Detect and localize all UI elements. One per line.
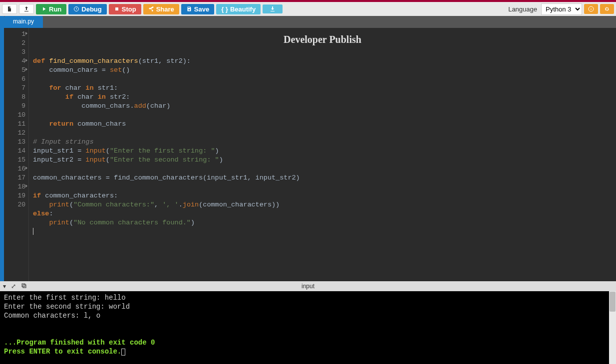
share-icon bbox=[148, 6, 154, 12]
download-icon bbox=[270, 6, 276, 12]
gutter-line: 13 bbox=[4, 138, 25, 147]
panel-label: input bbox=[302, 283, 314, 290]
save-icon bbox=[186, 6, 192, 12]
code-line[interactable]: def find_common_characters(str1, str2): bbox=[33, 57, 612, 66]
code-line[interactable]: if common_characters: bbox=[33, 191, 612, 200]
code-line[interactable]: input_str2 = input("Enter the second str… bbox=[33, 156, 612, 165]
watermark-text: Developer Publish bbox=[284, 35, 361, 44]
code-line[interactable]: else: bbox=[33, 209, 612, 218]
gutter-line: 7 bbox=[4, 84, 25, 93]
gutter-line: 10 bbox=[4, 111, 25, 120]
gutter-line: 4 bbox=[4, 57, 25, 66]
code-line[interactable]: common_chars.add(char) bbox=[33, 102, 612, 111]
text-cursor bbox=[33, 228, 33, 235]
fold-marker-icon[interactable] bbox=[25, 184, 27, 187]
clock-icon bbox=[73, 6, 79, 12]
code-line[interactable] bbox=[33, 75, 612, 84]
beautify-button[interactable]: { } Beautify bbox=[216, 4, 261, 14]
fold-marker-icon[interactable] bbox=[25, 32, 27, 35]
code-line[interactable] bbox=[33, 165, 612, 174]
fold-marker-icon[interactable] bbox=[25, 167, 27, 170]
upload-icon bbox=[23, 6, 29, 12]
tab-bar: main.py bbox=[4, 16, 616, 28]
code-line[interactable]: common_chars = set() bbox=[33, 66, 612, 75]
console-status-line: Press ENTER to exit console. bbox=[4, 347, 605, 356]
gutter-line: 6 bbox=[4, 75, 25, 84]
code-line[interactable]: for char in str1: bbox=[33, 84, 612, 93]
code-line[interactable]: # Input strings bbox=[33, 138, 612, 147]
editor[interactable]: 1234567891011121314151617181920 Develope… bbox=[4, 28, 616, 281]
console-cursor bbox=[121, 349, 125, 356]
code-area[interactable]: Developer Publish def find_common_charac… bbox=[29, 28, 616, 281]
code-line[interactable]: input_str1 = input("Enter the first stri… bbox=[33, 147, 612, 156]
gutter-line: 15 bbox=[4, 156, 25, 165]
braces-icon: { } bbox=[221, 5, 228, 13]
gear-icon bbox=[604, 6, 610, 12]
console-line bbox=[4, 320, 605, 329]
console-line: Common characters: l, o bbox=[4, 311, 605, 320]
play-icon bbox=[41, 6, 47, 12]
info-icon bbox=[588, 6, 594, 12]
code-line[interactable] bbox=[33, 182, 612, 191]
info-button[interactable] bbox=[584, 4, 598, 14]
scrollbar-thumb[interactable] bbox=[610, 292, 616, 312]
svg-rect-1 bbox=[115, 7, 118, 10]
run-button[interactable]: Run bbox=[36, 4, 66, 14]
language-select[interactable]: Python 3 bbox=[541, 3, 582, 15]
gutter-line: 11 bbox=[4, 120, 25, 129]
file-icon bbox=[6, 6, 12, 12]
code-line[interactable]: return common_chars bbox=[33, 120, 612, 129]
console-scrollbar[interactable] bbox=[609, 291, 616, 364]
stop-label: Stop bbox=[122, 5, 136, 13]
code-line[interactable] bbox=[33, 129, 612, 138]
code-line[interactable]: common_characters = find_common_characte… bbox=[33, 174, 612, 182]
new-file-button[interactable] bbox=[2, 4, 17, 14]
gutter-line: 5 bbox=[4, 66, 25, 75]
console-line: Enter the second string: world bbox=[4, 302, 605, 311]
debug-label: Debug bbox=[81, 5, 101, 13]
code-line[interactable] bbox=[33, 227, 612, 236]
code-line[interactable]: if char in str2: bbox=[33, 93, 612, 102]
gutter-line: 20 bbox=[4, 200, 25, 209]
run-label: Run bbox=[49, 5, 61, 13]
gutter-line: 1 bbox=[4, 30, 25, 39]
fold-marker-icon[interactable] bbox=[25, 68, 27, 71]
language-label: Language bbox=[508, 5, 537, 13]
share-button[interactable]: Share bbox=[143, 4, 179, 14]
code-line[interactable] bbox=[33, 111, 612, 120]
stop-icon bbox=[114, 6, 120, 12]
line-gutter: 1234567891011121314151617181920 bbox=[4, 28, 29, 281]
beautify-label: Beautify bbox=[230, 5, 256, 13]
gutter-line: 17 bbox=[4, 174, 25, 182]
chevron-down-icon[interactable]: ▾ bbox=[3, 283, 6, 290]
console-output[interactable]: Enter the first string: helloEnter the s… bbox=[0, 291, 609, 364]
toolbar: Run Debug Stop Share Save { } Beautify L… bbox=[0, 2, 616, 16]
svg-rect-4 bbox=[22, 284, 25, 287]
gutter-line: 18 bbox=[4, 182, 25, 191]
gutter-line: 3 bbox=[4, 48, 25, 57]
console-line bbox=[4, 329, 605, 338]
settings-button[interactable] bbox=[600, 4, 614, 14]
code-line[interactable]: print("Common characters:", ', '.join(co… bbox=[33, 200, 612, 209]
debug-button[interactable]: Debug bbox=[68, 4, 106, 14]
console-status-line: ...Program finished with exit code 0 bbox=[4, 338, 605, 347]
svg-rect-3 bbox=[23, 285, 26, 288]
stop-button[interactable]: Stop bbox=[109, 4, 141, 14]
code-line[interactable]: print("No common characters found.") bbox=[33, 218, 612, 227]
fold-marker-icon[interactable] bbox=[25, 59, 27, 62]
gutter-line: 14 bbox=[4, 147, 25, 156]
upload-button[interactable] bbox=[19, 4, 34, 14]
save-button[interactable]: Save bbox=[181, 4, 214, 14]
console-line: Enter the first string: hello bbox=[4, 293, 605, 302]
gutter-line: 16 bbox=[4, 165, 25, 174]
panel-divider[interactable]: ▾ ⤢ input bbox=[0, 281, 616, 291]
gutter-line: 2 bbox=[4, 39, 25, 48]
copy-icon[interactable] bbox=[21, 283, 27, 290]
share-label: Share bbox=[156, 5, 174, 13]
expand-icon[interactable]: ⤢ bbox=[11, 283, 16, 290]
gutter-line: 8 bbox=[4, 93, 25, 102]
tab-main-py[interactable]: main.py bbox=[4, 16, 43, 28]
gutter-line: 12 bbox=[4, 129, 25, 138]
gutter-line: 19 bbox=[4, 191, 25, 200]
download-button[interactable] bbox=[263, 4, 283, 13]
